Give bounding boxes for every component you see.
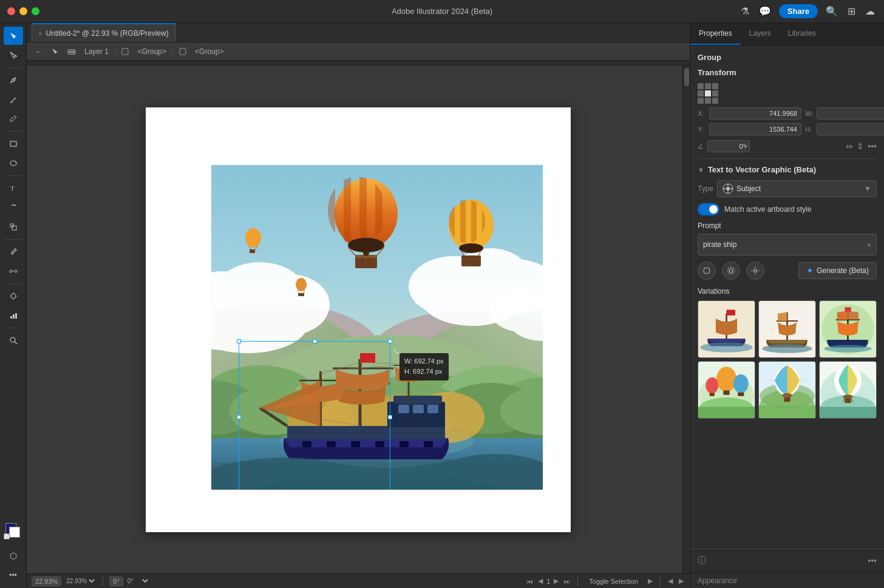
- h-input[interactable]: [817, 123, 884, 135]
- search-icon[interactable]: 🔍: [824, 4, 840, 19]
- pencil-tool[interactable]: [4, 90, 23, 109]
- scroll-right-button[interactable]: ▶: [678, 577, 685, 585]
- x-label: X:: [698, 110, 706, 117]
- fill-color-btn[interactable]: [4, 521, 23, 539]
- document-canvas[interactable]: ↔ W: 692.74 px H: 692.74 px: [27, 66, 690, 573]
- variation-1[interactable]: [698, 300, 755, 358]
- settings-icon-btn[interactable]: [746, 262, 764, 280]
- variation-4[interactable]: [698, 361, 755, 419]
- toggle-selection-button[interactable]: Toggle Selection: [584, 576, 643, 586]
- separator-3: [660, 577, 661, 586]
- variation-6[interactable]: [819, 361, 877, 419]
- bottom-toolbar: 22.93% 22.93% 50% 100% 0° 0° 90° 180° ⏮: [27, 573, 690, 588]
- minimize-button[interactable]: [19, 7, 27, 15]
- settings-icon: [750, 266, 760, 275]
- generate-button[interactable]: ✦ Generate (Beta): [798, 262, 877, 279]
- rotate-tool[interactable]: [4, 198, 23, 217]
- breadcrumb-layer[interactable]: Layer 1: [81, 46, 112, 57]
- document-tab[interactable]: × Untitled-2* @ 22.93 % (RGB/Preview): [32, 23, 175, 42]
- grid-icon[interactable]: ⊞: [846, 4, 857, 19]
- toolbar-separator-6: [5, 328, 22, 328]
- horizontal-scrollbar-top[interactable]: [27, 61, 690, 66]
- edit-mode-btn[interactable]: ⬡: [4, 547, 23, 565]
- svg-line-121: [733, 273, 735, 274]
- light-icon-btn[interactable]: [722, 262, 740, 280]
- column-graph-tool[interactable]: [4, 306, 23, 325]
- variation-5[interactable]: [758, 361, 816, 419]
- w-input[interactable]: [817, 107, 884, 120]
- toolbar-separator-1: [5, 67, 22, 68]
- next-page-button[interactable]: ▶: [552, 577, 560, 585]
- close-button[interactable]: [7, 7, 15, 15]
- x-input[interactable]: [709, 107, 801, 120]
- tab-close-icon[interactable]: ×: [38, 30, 42, 37]
- variation-2[interactable]: [758, 300, 816, 358]
- pen-tool[interactable]: [4, 71, 23, 89]
- brush-tool[interactable]: [4, 110, 23, 128]
- eyedropper-tool[interactable]: [4, 243, 23, 261]
- flip-horizontal-btn[interactable]: ⇔: [846, 141, 853, 151]
- select-tool[interactable]: [4, 27, 23, 45]
- anchor-bc[interactable]: [705, 98, 711, 104]
- ellipse-tool[interactable]: [4, 154, 23, 172]
- anchor-bl[interactable]: [698, 98, 704, 104]
- anchor-mr[interactable]: [712, 90, 718, 96]
- zoom-dropdown[interactable]: 22.93% 50% 100%: [64, 577, 97, 585]
- vertical-scrollbar[interactable]: [682, 66, 690, 573]
- layer-icon: [67, 47, 76, 56]
- flip-vertical-btn[interactable]: ⇕: [857, 141, 864, 151]
- anchor-tc[interactable]: [705, 83, 711, 89]
- breadcrumb-layer-icon[interactable]: [64, 46, 79, 57]
- flask-icon[interactable]: ⚗: [739, 4, 751, 19]
- svg-rect-158: [784, 397, 790, 402]
- blend-tool[interactable]: [4, 262, 23, 280]
- tab-bar: × Untitled-2* @ 22.93 % (RGB/Preview): [27, 23, 690, 42]
- y-input[interactable]: [709, 123, 801, 135]
- anchor-tl[interactable]: [698, 83, 704, 89]
- type-tool[interactable]: T: [4, 179, 23, 197]
- tab-layers[interactable]: Layers: [741, 23, 780, 45]
- cloud-icon[interactable]: ☁: [863, 4, 877, 19]
- info-button[interactable]: ⓘ: [698, 555, 706, 566]
- breadcrumb-group2[interactable]: <Group>: [192, 46, 226, 57]
- scroll-left-button[interactable]: ◀: [667, 577, 674, 585]
- panel-more-button[interactable]: •••: [868, 556, 877, 566]
- breadcrumb-select-tool[interactable]: [49, 47, 62, 56]
- symbol-sprayer-tool[interactable]: [4, 287, 23, 305]
- prompt-box[interactable]: pirate ship ×: [698, 234, 877, 255]
- anchor-br[interactable]: [712, 98, 718, 104]
- variation-2-image: [759, 301, 815, 357]
- tab-properties[interactable]: Properties: [690, 23, 741, 45]
- tab-libraries[interactable]: Libraries: [780, 23, 824, 45]
- zoom-value[interactable]: 22.93%: [32, 576, 61, 586]
- last-page-button[interactable]: ⏭: [562, 578, 571, 585]
- anchor-ml[interactable]: [698, 90, 704, 96]
- toggle-nav-right[interactable]: ▶: [647, 577, 654, 585]
- anchor-mc[interactable]: [705, 90, 711, 96]
- angle-dropdown-btn[interactable]: ▼: [743, 143, 749, 150]
- angle-value[interactable]: 0°: [109, 576, 123, 586]
- first-page-button[interactable]: ⏮: [525, 578, 534, 585]
- transform-more-btn[interactable]: •••: [868, 141, 877, 151]
- share-button[interactable]: Share: [779, 4, 818, 18]
- style-icon-btn[interactable]: [698, 262, 716, 280]
- chat-icon[interactable]: 💬: [757, 4, 773, 19]
- variation-3[interactable]: [819, 300, 877, 358]
- back-button[interactable]: ←: [32, 44, 46, 59]
- zoom-tool[interactable]: [4, 331, 23, 350]
- type-select-control[interactable]: Subject ▼: [717, 180, 877, 197]
- anchor-tr[interactable]: [712, 83, 718, 89]
- prev-page-button[interactable]: ◀: [537, 577, 544, 585]
- panel-content: Group Transform: [690, 46, 884, 549]
- prompt-clear-btn[interactable]: ×: [866, 240, 871, 249]
- ttv-section-header[interactable]: ▼ Text to Vector Graphic (Beta): [698, 165, 877, 174]
- match-style-toggle[interactable]: [698, 203, 719, 215]
- more-tools-btn[interactable]: •••: [4, 566, 23, 584]
- direct-select-tool[interactable]: [4, 46, 23, 64]
- angle-dropdown[interactable]: 0° 90° 180°: [125, 577, 150, 585]
- maximize-button[interactable]: [32, 7, 39, 15]
- rectangle-tool[interactable]: [4, 135, 23, 153]
- scale-tool[interactable]: [4, 218, 23, 236]
- breadcrumb-group1[interactable]: <Group>: [134, 46, 169, 57]
- separator-2: [577, 577, 578, 586]
